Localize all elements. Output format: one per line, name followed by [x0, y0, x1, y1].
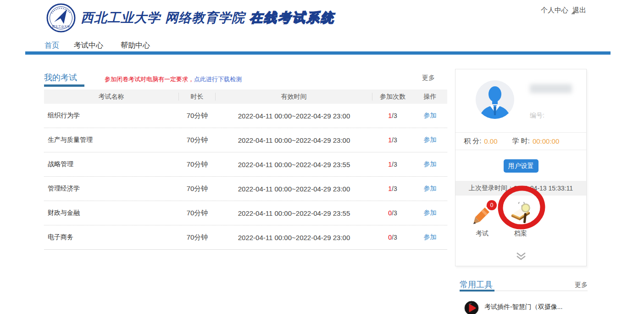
exam-attempts: 1/3 — [372, 161, 413, 168]
notice-warning-text: 参加闭卷考试对电脑有一定要求， — [105, 76, 194, 83]
col-header-action: 操作 — [413, 93, 447, 101]
exam-attempts: 1/3 — [372, 185, 413, 192]
title-university: 西北工业大学 — [81, 11, 161, 25]
col-header-attempts: 参加次数 — [372, 93, 413, 101]
exam-valid-time: 2022-04-11 00:00~2022-04-29 23:00 — [216, 185, 372, 193]
exam-table-header: 考试名称 时长 有效时间 参加次数 操作 — [44, 90, 447, 104]
exam-valid-time: 2022-04-11 00:00~2022-04-29 23:00 — [216, 136, 372, 144]
my-exams-title: 我的考试 — [44, 72, 77, 83]
exam-duration: 70分钟 — [179, 209, 216, 218]
exam-badge-count: 0 — [487, 200, 497, 210]
col-header-valid-time: 有效时间 — [216, 93, 372, 101]
nav-tab-help-center[interactable]: 帮助中心 — [121, 41, 150, 50]
exam-name: 战略管理 — [44, 160, 179, 168]
expand-chevron-down-icon[interactable] — [515, 252, 527, 260]
tool-item-exam-plugin[interactable]: 考试插件-智慧门（双摄像... — [464, 301, 562, 314]
exam-name: 电子商务 — [44, 233, 179, 241]
archive-search-icon — [508, 202, 533, 226]
exam-duration: 70分钟 — [179, 112, 216, 120]
exam-name: 管理经济学 — [44, 185, 179, 193]
shortcut-exam-label: 考试 — [466, 230, 499, 238]
exam-valid-time: 2022-04-11 00:00~2022-04-29 23:00 — [216, 234, 372, 241]
user-center-label: 个人中心 — [541, 6, 568, 14]
hours-value: 00:00:00 — [533, 137, 559, 145]
common-tools-title-underline — [460, 290, 494, 292]
settings-row: 用户设置 — [455, 150, 586, 181]
more-exams-link[interactable]: 更多 — [422, 74, 435, 82]
user-number-label: 编号: — [530, 112, 544, 120]
points-label: 积 分: — [464, 137, 481, 146]
join-exam-link[interactable]: 参加 — [424, 233, 437, 241]
exam-requirement-notice: 参加闭卷考试对电脑有一定要求，点此进行下载检测 — [105, 75, 242, 84]
online-exam-system-page: 西北工业大学 西北工业大学网络教育学院在线考试系统 个人中心 退出 首页 考试中… — [0, 0, 644, 314]
exam-name: 组织行为学 — [44, 112, 179, 120]
table-row: 管理经济学 70分钟 2022-04-11 00:00~2022-04-29 2… — [44, 177, 447, 201]
exam-name: 生产与质量管理 — [44, 136, 179, 144]
join-exam-link[interactable]: 参加 — [424, 160, 437, 168]
nav-tab-exam-center[interactable]: 考试中心 — [74, 41, 103, 50]
university-seal-logo: 西北工业大学 — [46, 3, 76, 33]
table-row: 财政与金融 70分钟 2022-04-11 00:00~2022-04-29 2… — [44, 201, 447, 225]
shortcut-icons-row: 0 考试 档案 — [455, 196, 586, 251]
user-center-menu[interactable]: 个人中心 — [541, 6, 575, 15]
common-tools-title: 常用工具 — [460, 279, 493, 290]
my-exams-title-underline — [44, 84, 84, 87]
table-row: 战略管理 70分钟 2022-04-11 00:00~2022-04-29 23… — [44, 152, 447, 177]
user-settings-button[interactable]: 用户设置 — [504, 159, 539, 173]
tool-item-label: 考试插件-智慧门（双摄像... — [484, 303, 562, 311]
exam-name: 财政与金融 — [44, 209, 179, 217]
exam-attempts: 0/3 — [372, 234, 413, 241]
exam-valid-time: 2022-04-11 00:00~2022-04-29 23:55 — [216, 209, 372, 217]
last-login-value: 2022-04-13 15:33:11 — [514, 185, 573, 192]
exam-duration: 70分钟 — [179, 160, 216, 169]
title-college: 网络教育学院 — [165, 11, 245, 25]
shortcut-archive-label: 档案 — [504, 230, 537, 238]
exam-valid-time: 2022-04-11 00:00~2022-04-29 23:00 — [216, 112, 372, 120]
title-system: 在线考试系统 — [250, 11, 335, 25]
exam-duration: 70分钟 — [179, 233, 216, 242]
exam-duration: 70分钟 — [179, 136, 216, 145]
exam-attempts: 0/3 — [372, 209, 413, 217]
logout-button[interactable]: 退出 — [572, 6, 586, 15]
exam-attempts: 1/3 — [372, 112, 413, 119]
table-row: 电子商务 70分钟 2022-04-11 00:00~2022-04-29 23… — [44, 225, 447, 250]
user-profile-card: 编号: 积 分: 0.00 学 时: 00:00:00 用户设置 上次登录时间：… — [455, 69, 587, 266]
redacted-user-name — [530, 84, 572, 93]
last-login-bar: 上次登录时间： 2022-04-13 15:33:11 — [455, 181, 586, 196]
stats-row: 积 分: 0.00 学 时: 00:00:00 — [455, 132, 586, 150]
col-header-duration: 时长 — [179, 93, 216, 101]
join-exam-link[interactable]: 参加 — [424, 136, 437, 143]
page-title: 西北工业大学网络教育学院在线考试系统 — [81, 9, 339, 27]
join-exam-link[interactable]: 参加 — [424, 209, 437, 216]
avatar — [476, 80, 514, 119]
last-login-label: 上次登录时间： — [469, 184, 514, 192]
join-exam-link[interactable]: 参加 — [424, 185, 437, 192]
exam-valid-time: 2022-04-11 00:00~2022-04-29 23:55 — [216, 161, 372, 168]
exam-table: 考试名称 时长 有效时间 参加次数 操作 组织行为学 70分钟 2022-04-… — [44, 90, 447, 250]
download-check-link[interactable]: 点此进行下载检测 — [194, 76, 242, 83]
exam-duration: 70分钟 — [179, 185, 216, 193]
table-row: 组织行为学 70分钟 2022-04-11 00:00~2022-04-29 2… — [44, 104, 447, 128]
shortcut-archive[interactable]: 档案 — [504, 202, 537, 238]
exam-attempts: 1/3 — [372, 136, 413, 144]
person-silhouette-icon — [476, 80, 514, 119]
hours-label: 学 时: — [512, 137, 530, 146]
table-row: 生产与质量管理 70分钟 2022-04-11 00:00~2022-04-29… — [44, 128, 447, 152]
col-header-exam-name: 考试名称 — [44, 93, 179, 101]
nav-tab-home[interactable]: 首页 — [44, 41, 59, 50]
nav-divider-bar — [25, 51, 611, 55]
svg-text:西北工业大学: 西北工业大学 — [52, 25, 71, 28]
media-player-icon — [464, 301, 479, 314]
shortcut-exam[interactable]: 0 考试 — [466, 204, 499, 238]
more-tools-link[interactable]: 更多 — [575, 281, 588, 289]
join-exam-link[interactable]: 参加 — [424, 112, 437, 119]
points-value: 0.00 — [484, 137, 497, 145]
